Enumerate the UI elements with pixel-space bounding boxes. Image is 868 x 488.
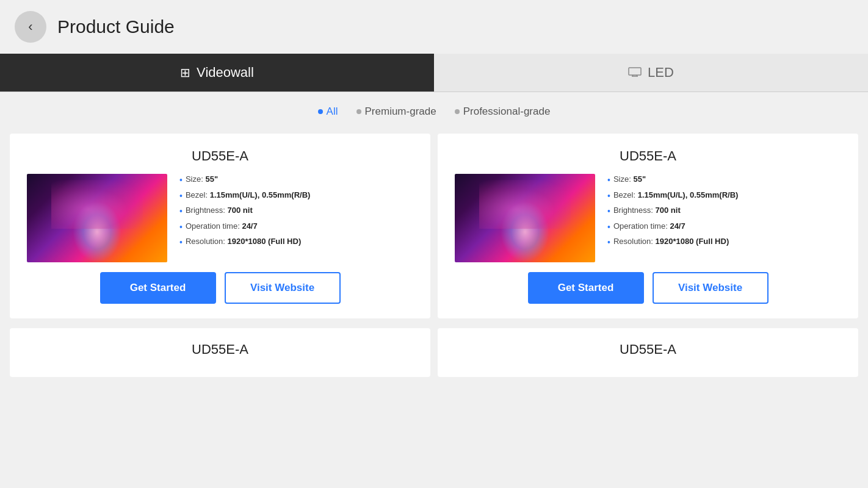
videowall-icon: ⊞	[180, 65, 190, 80]
tab-led-label: LED	[648, 65, 674, 81]
filter-all[interactable]: All	[318, 106, 338, 118]
product-specs-1: • Size: 55" • Bezel: 1.15mm(U/L), 0.55mm…	[179, 174, 413, 252]
tab-videowall-label: Videowall	[197, 65, 254, 81]
get-started-button-2[interactable]: Get Started	[528, 272, 644, 304]
spec-bullet-1-4: •	[179, 237, 183, 249]
filter-bar: All Premium-grade Professional-grade	[0, 92, 868, 129]
spec-val-2-2: 700 nit	[656, 206, 681, 215]
spec-brightness-1: • Brightness: 700 nit	[179, 205, 413, 218]
spec-key-2-2: Brightness:	[613, 206, 656, 215]
spec-bullet-2-3: •	[607, 221, 610, 234]
spec-key-2-4: Resolution:	[613, 237, 656, 246]
spec-bezel-1: • Bezel: 1.15mm(U/L), 0.55mm(R/B)	[179, 190, 413, 203]
spec-bullet-1-3: •	[179, 221, 183, 234]
get-started-button-1[interactable]: Get Started	[100, 272, 216, 304]
spec-key-2-1: Bezel:	[613, 190, 638, 199]
spec-resolution-2: • Resolution: 1920*1080 (Full HD)	[607, 236, 841, 249]
spec-val-1-2: 700 nit	[228, 206, 253, 215]
filter-professional-label: Professional-grade	[463, 106, 551, 118]
visit-website-button-2[interactable]: Visit Website	[653, 272, 769, 304]
spec-val-2-3: 24/7	[670, 221, 685, 231]
back-icon: ‹	[28, 19, 32, 35]
spec-key-2-0: Size:	[613, 174, 634, 184]
spec-key-1-2: Brightness:	[186, 206, 228, 215]
product-content-2: • Size: 55" • Bezel: 1.15mm(U/L), 0.55mm…	[455, 174, 841, 262]
spec-val-1-1: 1.15mm(U/L), 0.55mm(R/B)	[210, 190, 311, 199]
partial-card-name-4: UD55E-A	[455, 342, 841, 357]
spec-size-1: • Size: 55"	[179, 174, 413, 187]
spec-val-1-3: 24/7	[242, 221, 257, 231]
svg-rect-0	[629, 68, 641, 75]
spec-bullet-2-2: •	[607, 206, 610, 218]
visit-website-button-1[interactable]: Visit Website	[225, 272, 341, 304]
spec-bullet-2-4: •	[607, 237, 610, 249]
tab-bar: ⊞ Videowall LED	[0, 54, 868, 92]
page-title: Product Guide	[57, 16, 175, 37]
spec-brightness-2: • Brightness: 700 nit	[607, 205, 841, 218]
filter-all-label: All	[327, 106, 338, 118]
product-image-1	[27, 174, 167, 262]
partial-card-3: UD55E-A	[10, 328, 430, 377]
tab-led[interactable]: LED	[434, 54, 868, 92]
product-name-2: UD55E-A	[455, 148, 841, 164]
filter-premium-dot	[356, 109, 361, 114]
spec-bullet-2-0: •	[607, 174, 610, 187]
spec-bullet-1-0: •	[179, 174, 183, 187]
spec-key-2-3: Operation time:	[613, 221, 670, 231]
header: ‹ Product Guide	[0, 0, 868, 54]
product-actions-1: Get Started Visit Website	[27, 272, 413, 304]
led-icon	[628, 66, 642, 80]
filter-professional-dot	[455, 109, 460, 114]
product-actions-2: Get Started Visit Website	[455, 272, 841, 304]
spec-val-2-4: 1920*1080 (Full HD)	[656, 237, 729, 246]
spec-val-1-0: 55"	[205, 174, 218, 184]
spec-bezel-2: • Bezel: 1.15mm(U/L), 0.55mm(R/B)	[607, 190, 841, 203]
filter-all-dot	[318, 109, 323, 114]
spec-key-1-4: Resolution:	[186, 237, 228, 246]
spec-resolution-1: • Resolution: 1920*1080 (Full HD)	[179, 236, 413, 249]
product-card-2: UD55E-A • Size: 55" • Bezel: 1.15mm(U/L)…	[438, 134, 858, 318]
filter-premium-label: Premium-grade	[365, 106, 436, 118]
spec-optime-1: • Operation time: 24/7	[179, 221, 413, 234]
partial-card-name-3: UD55E-A	[27, 342, 413, 357]
back-button[interactable]: ‹	[15, 11, 46, 43]
product-grid: UD55E-A • Size: 55" • Bezel: 1.15mm(U/L)…	[0, 129, 868, 328]
spec-val-1-4: 1920*1080 (Full HD)	[228, 237, 302, 246]
product-card-1: UD55E-A • Size: 55" • Bezel: 1.15mm(U/L)…	[10, 134, 430, 318]
product-name-1: UD55E-A	[27, 148, 413, 164]
spec-key-1-1: Bezel:	[186, 190, 210, 199]
product-specs-2: • Size: 55" • Bezel: 1.15mm(U/L), 0.55mm…	[607, 174, 841, 252]
spec-bullet-1-2: •	[179, 206, 183, 218]
spec-bullet-2-1: •	[607, 190, 610, 203]
filter-professional[interactable]: Professional-grade	[455, 106, 551, 118]
filter-premium[interactable]: Premium-grade	[356, 106, 436, 118]
spec-size-2: • Size: 55"	[607, 174, 841, 187]
partial-cards: UD55E-A UD55E-A	[0, 328, 868, 377]
spec-optime-2: • Operation time: 24/7	[607, 221, 841, 234]
product-image-2	[455, 174, 595, 262]
spec-key-1-0: Size:	[186, 174, 206, 184]
spec-bullet-1-1: •	[179, 190, 183, 203]
product-content-1: • Size: 55" • Bezel: 1.15mm(U/L), 0.55mm…	[27, 174, 413, 262]
spec-val-2-0: 55"	[633, 174, 646, 184]
partial-card-4: UD55E-A	[438, 328, 858, 377]
spec-key-1-3: Operation time:	[186, 221, 242, 231]
spec-val-2-1: 1.15mm(U/L), 0.55mm(R/B)	[638, 190, 739, 199]
tab-videowall[interactable]: ⊞ Videowall	[0, 54, 434, 92]
